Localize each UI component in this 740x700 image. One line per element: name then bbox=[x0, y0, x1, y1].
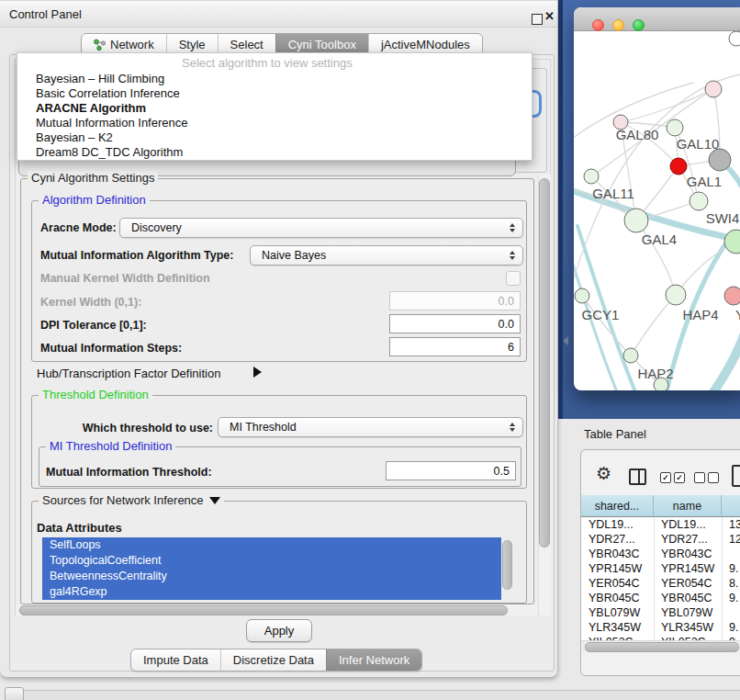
dropdown-item-basic-correlation-inference[interactable]: Basic Correlation Inference bbox=[21, 86, 528, 101]
gear-icon[interactable]: ⚙ bbox=[596, 463, 611, 483]
attribute-item-gal4rgexp[interactable]: gal4RGexp bbox=[42, 584, 501, 600]
mi-type-select[interactable]: Naive Bayes bbox=[250, 245, 523, 265]
attributes-scrollbar-thumb[interactable] bbox=[502, 540, 512, 590]
network-node-node-gray[interactable] bbox=[709, 149, 731, 171]
tab-infer-network[interactable]: Infer Network bbox=[326, 649, 421, 671]
table-cell[interactable]: YER054C bbox=[581, 576, 654, 591]
table-row[interactable]: YBR043CYBR043C bbox=[581, 547, 740, 561]
network-node-GAL4[interactable] bbox=[624, 209, 648, 232]
table-cell[interactable]: 8. bbox=[722, 576, 740, 591]
combo-arrows-icon bbox=[510, 251, 515, 260]
network-node-node-top-right[interactable] bbox=[729, 31, 740, 46]
table-cell[interactable]: 9. bbox=[722, 591, 740, 605]
table-cell[interactable]: 9. bbox=[722, 620, 740, 635]
table-cell[interactable]: YDL19... bbox=[654, 517, 722, 532]
network-node-label: GAL1 bbox=[687, 174, 722, 189]
attribute-item-topologicalcoefficient[interactable]: TopologicalCoefficient bbox=[42, 553, 501, 569]
table-row[interactable]: YDR27...YDR27...12 bbox=[581, 532, 740, 547]
manual-kernel-checkbox[interactable] bbox=[506, 271, 521, 286]
screen: Control Panel ✕ NetworkStyleSelectCyni T… bbox=[0, 0, 740, 700]
dropdown-item-mutual-information-inference[interactable]: Mutual Information Inference bbox=[21, 116, 528, 130]
mi-threshold-group-title: MI Threshold Definition bbox=[46, 439, 175, 453]
settings-hscrollbar-thumb[interactable] bbox=[19, 605, 508, 615]
dropdown-item-bayesian-hill-climbing[interactable]: Bayesian – Hill Climbing bbox=[21, 72, 528, 86]
network-canvas[interactable]: GAL80GAL10GAL1GAL11GAL4SWI4GCY1HAP4YHAP2 bbox=[574, 31, 740, 390]
network-node-label: GCY1 bbox=[582, 307, 620, 322]
float-window-icon[interactable] bbox=[532, 14, 543, 25]
window-zoom-button[interactable] bbox=[633, 19, 645, 31]
table-cell[interactable]: YDL19... bbox=[581, 517, 654, 532]
network-node-node-pink-right[interactable] bbox=[724, 287, 740, 305]
columns-icon[interactable] bbox=[629, 469, 646, 485]
export-table-icon[interactable] bbox=[732, 465, 740, 487]
table-cell[interactable]: YBL079W bbox=[654, 605, 722, 620]
attribute-item-betweennesscentrality[interactable]: BetweennessCentrality bbox=[42, 569, 501, 584]
dpi-tolerance-field[interactable]: 0.0 bbox=[389, 314, 521, 333]
table-row[interactable]: YDL19...YDL19...13 bbox=[581, 517, 740, 532]
attribute-item-selfloops[interactable]: SelfLoops bbox=[42, 537, 501, 553]
table-cell[interactable]: YDR27... bbox=[581, 532, 654, 547]
column-header-shared[interactable]: shared... bbox=[581, 495, 654, 517]
tab-discretize-data[interactable]: Discretize Data bbox=[220, 649, 326, 671]
table-hscrollbar-thumb[interactable] bbox=[585, 642, 739, 652]
panel-resize-handle[interactable] bbox=[563, 336, 568, 345]
table-row[interactable]: YLR345WYLR345W9. bbox=[581, 620, 740, 635]
table-cell[interactable]: YER054C bbox=[654, 576, 722, 591]
column-header-extra[interactable] bbox=[722, 495, 740, 517]
table-cell[interactable]: YBR045C bbox=[654, 591, 722, 605]
network-node-HAP2[interactable] bbox=[623, 348, 638, 363]
network-node-GAL11[interactable] bbox=[584, 169, 599, 184]
tab-impute-data[interactable]: Impute Data bbox=[131, 649, 220, 671]
network-node-node-bottom[interactable] bbox=[654, 378, 668, 390]
network-node-GCY1[interactable] bbox=[575, 288, 589, 303]
table-row[interactable]: YPR145WYPR145W9. bbox=[581, 561, 740, 576]
mi-steps-field[interactable]: 6 bbox=[389, 337, 521, 356]
dropdown-item-aracne-algorithm[interactable]: ARACNE Algorithm bbox=[21, 101, 528, 116]
table-cell[interactable]: YBR043C bbox=[654, 547, 722, 561]
table-row[interactable]: YER054CYER054C8. bbox=[581, 576, 740, 591]
corner-widget[interactable] bbox=[5, 687, 24, 700]
desktop-left-edge bbox=[558, 0, 563, 419]
aracne-mode-select[interactable]: Discovery bbox=[119, 218, 523, 238]
table-cell[interactable]: YDR27... bbox=[654, 532, 722, 547]
network-node-SWI4[interactable] bbox=[724, 230, 740, 254]
sources-title[interactable]: Sources for Network Inference bbox=[42, 493, 204, 507]
table-cell[interactable]: YBR045C bbox=[581, 591, 654, 605]
close-icon[interactable]: ✕ bbox=[544, 9, 555, 23]
hub-section-label[interactable]: Hub/Transcription Factor Definition bbox=[37, 367, 220, 380]
network-node-GAL1[interactable] bbox=[690, 192, 708, 210]
table-cell[interactable]: YBR043C bbox=[581, 547, 654, 561]
settings-vscrollbar-thumb[interactable] bbox=[539, 178, 550, 548]
table-cell[interactable]: YBL079W bbox=[581, 605, 654, 620]
which-threshold-select[interactable]: MI Threshold bbox=[218, 417, 523, 437]
select-all-columns-icon[interactable]: ✓✓ bbox=[660, 472, 685, 483]
table-cell[interactable]: 12 bbox=[722, 532, 740, 547]
table-cell[interactable] bbox=[722, 547, 740, 561]
table-cell[interactable]: 13 bbox=[722, 517, 740, 532]
aracne-mode-value: Discovery bbox=[131, 221, 182, 234]
network-node-GAL10[interactable] bbox=[667, 119, 683, 136]
collapse-arrow-icon[interactable] bbox=[209, 497, 220, 504]
table-cell[interactable]: YLR345W bbox=[654, 620, 722, 635]
dpi-tolerance-label: DPI Tolerance [0,1]: bbox=[40, 319, 147, 332]
mi-threshold-field[interactable]: 0.5 bbox=[386, 461, 516, 480]
table-cell[interactable]: 9. bbox=[722, 561, 740, 576]
apply-button[interactable]: Apply bbox=[246, 619, 312, 642]
window-minimize-button[interactable] bbox=[612, 19, 624, 31]
table-cell[interactable]: YPR145W bbox=[654, 561, 722, 576]
network-node-HAP4[interactable] bbox=[666, 285, 686, 305]
window-close-button[interactable] bbox=[592, 19, 604, 31]
table-cell[interactable] bbox=[722, 605, 740, 620]
kernel-width-field[interactable]: 0.0 bbox=[389, 291, 521, 310]
table-cell[interactable]: YPR145W bbox=[581, 561, 654, 576]
table-row[interactable]: YBR045CYBR045C9. bbox=[581, 591, 740, 605]
dropdown-item-dream8-dc-tdc-algorithm[interactable]: Dream8 DC_TDC Algorithm bbox=[21, 145, 528, 160]
dropdown-item-bayesian-k2[interactable]: Bayesian – K2 bbox=[21, 130, 528, 145]
column-header-name[interactable]: name bbox=[654, 495, 722, 517]
table-row[interactable]: YBL079WYBL079W bbox=[581, 605, 740, 620]
expand-arrow-icon[interactable] bbox=[253, 367, 262, 378]
deselect-all-columns-icon[interactable] bbox=[694, 472, 719, 483]
table-cell[interactable]: YLR345W bbox=[581, 620, 654, 635]
network-node-node-red[interactable] bbox=[670, 158, 687, 175]
network-node-node-pink-top[interactable] bbox=[705, 81, 722, 97]
